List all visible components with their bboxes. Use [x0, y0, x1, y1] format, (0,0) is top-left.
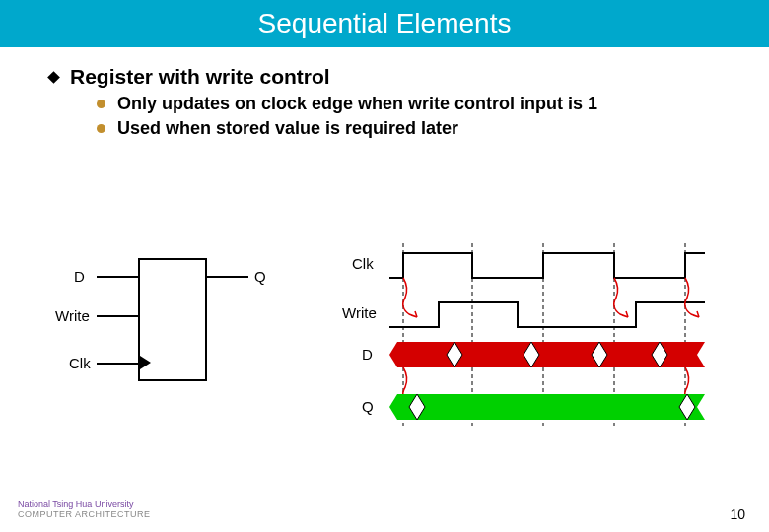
clock-triangle-icon: [140, 356, 151, 369]
content-area: Register with write control Only updates…: [0, 47, 769, 139]
wire-clk: [97, 363, 138, 365]
slide-title: Sequential Elements: [258, 8, 512, 39]
bullet-l2a-text: Only updates on clock edge when write co…: [117, 93, 597, 115]
timing-label-clk: Clk: [352, 255, 374, 272]
diagrams: D Write Clk Q: [0, 258, 769, 455]
title-bar: Sequential Elements: [0, 0, 769, 47]
bullet-level2-a: Only updates on clock edge when write co…: [97, 93, 720, 115]
timing-diagram: Clk Write D Q: [340, 243, 715, 440]
wire-d: [97, 276, 138, 278]
wire-q: [207, 276, 248, 278]
wire-write: [97, 315, 138, 317]
dot-icon: [97, 100, 105, 108]
dot-icon: [97, 124, 105, 133]
footer-branding: National Tsing Hua University COMPUTER A…: [18, 500, 151, 520]
label-clk: Clk: [69, 355, 91, 371]
register-block: [138, 258, 207, 381]
svg-rect-13: [389, 394, 705, 420]
bullet-level2-b: Used when stored value is required later: [97, 117, 720, 140]
label-d: D: [74, 268, 85, 285]
timing-label-q: Q: [362, 398, 374, 415]
bullet-l2b-text: Used when stored value is required later: [117, 117, 458, 140]
diamond-icon: [47, 71, 60, 84]
bullet-level1: Register with write control: [49, 65, 720, 89]
timing-label-write: Write: [342, 304, 377, 321]
bullet-l1-text: Register with write control: [70, 65, 330, 89]
label-q: Q: [254, 268, 266, 285]
timing-svg: [340, 243, 715, 440]
label-write: Write: [55, 307, 90, 324]
timing-label-d: D: [362, 346, 373, 363]
page-number: 10: [730, 506, 745, 522]
footer-dept: COMPUTER ARCHITECTURE: [18, 510, 151, 520]
